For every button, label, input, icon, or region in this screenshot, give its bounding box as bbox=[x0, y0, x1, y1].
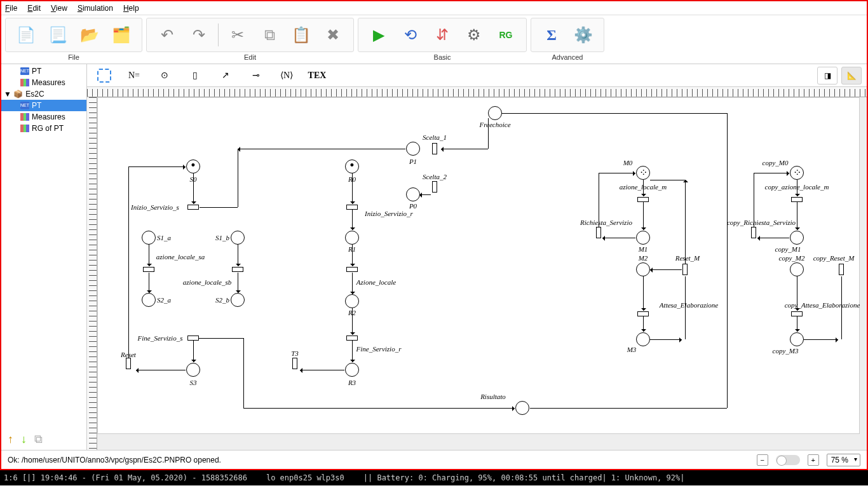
new-net-button[interactable]: 📄 bbox=[11, 21, 41, 49]
trans-Reset[interactable] bbox=[126, 358, 131, 369]
label-Rich: Richiesta_Servizio bbox=[580, 219, 632, 226]
label-Inizio-r: Inizio_Servizio_r bbox=[365, 210, 413, 217]
label-P1: P1 bbox=[409, 158, 417, 165]
label-M3: M3 bbox=[627, 346, 637, 353]
label-cM2: copy_M2 bbox=[779, 254, 805, 262]
label-cM1: copy_M1 bbox=[775, 245, 801, 253]
label-cM0: copy_M0 bbox=[763, 159, 789, 166]
place-M3[interactable] bbox=[636, 332, 650, 346]
neq-tool[interactable]: N= bbox=[121, 66, 147, 85]
place-S3[interactable] bbox=[186, 363, 200, 377]
ruler-tool[interactable]: 📐 bbox=[841, 67, 862, 85]
canvas-viewport[interactable]: S0 Inizio_Servizio_s S1_a S1_b azione_lo… bbox=[97, 97, 867, 450]
trans-T3[interactable] bbox=[292, 358, 297, 369]
cut-button[interactable]: ✂ bbox=[222, 21, 253, 49]
label-Freechoice: Freechoice bbox=[479, 121, 510, 128]
group-basic-label: Basic bbox=[434, 53, 451, 61]
taskbar-right: || Battery: 0: Charging, 95%, 00:08:55 u… bbox=[363, 473, 685, 482]
place-cM0[interactable] bbox=[790, 166, 804, 180]
menu-simulation[interactable]: Simulation bbox=[78, 4, 113, 13]
open-button[interactable]: 📂 bbox=[74, 21, 105, 49]
tree-project[interactable]: ▼ 📦 Es2C bbox=[1, 88, 86, 100]
label-M1: M1 bbox=[639, 245, 648, 253]
ruler-horizontal bbox=[87, 87, 867, 97]
place-R1[interactable] bbox=[345, 231, 359, 245]
place-R0[interactable] bbox=[345, 159, 359, 173]
trans-ResetM[interactable] bbox=[682, 264, 688, 275]
angle-tool[interactable]: ⟨N⟩ bbox=[274, 66, 299, 85]
menu-view[interactable]: View bbox=[51, 4, 67, 13]
place-cM1[interactable] bbox=[790, 231, 804, 245]
place-M1[interactable] bbox=[636, 231, 650, 245]
duplicate-button[interactable]: ⧉ bbox=[34, 433, 43, 446]
place-cM2[interactable] bbox=[790, 262, 804, 276]
project-tree[interactable]: NETPT Measures ▼ 📦 Es2C NETPT Measures R… bbox=[1, 64, 86, 429]
place-P1[interactable] bbox=[406, 142, 420, 156]
group-file-label: File bbox=[68, 53, 79, 61]
redo-button[interactable]: ↷ bbox=[184, 21, 214, 49]
drawing-toolbar: N= ⊙ ▯ ↗ ⊸ ⟨N⟩ TEX ◨ 📐 bbox=[87, 64, 867, 87]
place-S1a[interactable] bbox=[142, 231, 156, 245]
place-M0[interactable] bbox=[636, 166, 650, 180]
cycle-button[interactable]: ⟲ bbox=[395, 21, 426, 49]
label-Scelta1: Scelta_1 bbox=[423, 133, 447, 141]
petri-net-canvas[interactable]: S0 Inizio_Servizio_s S1_a S1_b azione_lo… bbox=[97, 97, 860, 434]
place-S1b[interactable] bbox=[231, 231, 245, 245]
tree-pt[interactable]: NETPT bbox=[1, 100, 86, 111]
label-M0: M0 bbox=[623, 159, 633, 166]
new-page-button[interactable]: 📃 bbox=[43, 21, 73, 49]
menu-help[interactable]: Help bbox=[123, 4, 139, 13]
menu-edit[interactable]: Edit bbox=[27, 4, 41, 13]
place-R3[interactable] bbox=[345, 363, 359, 377]
trans-tool[interactable]: ▯ bbox=[182, 66, 208, 85]
tree-measures[interactable]: Measures bbox=[1, 111, 86, 123]
label-S1a: S1_a bbox=[157, 234, 171, 241]
sigma-button[interactable]: Σ bbox=[536, 21, 567, 49]
rg-button[interactable]: RG bbox=[491, 21, 521, 49]
eraser-tool[interactable]: ◨ bbox=[817, 67, 837, 85]
tex-tool[interactable]: TEX bbox=[304, 66, 330, 85]
zoom-in-button[interactable]: + bbox=[808, 454, 819, 466]
place-tool[interactable]: ⊙ bbox=[152, 66, 177, 85]
sidebar: NETPT Measures ▼ 📦 Es2C NETPT Measures R… bbox=[1, 64, 87, 450]
select-tool[interactable] bbox=[97, 69, 111, 83]
taskbar-left: 1:6 [|] 19:04:46 - (Fri 01 May, 05.2020)… bbox=[4, 473, 247, 482]
tree-rg[interactable]: RG of PT bbox=[1, 123, 86, 134]
move-down-button[interactable]: ↓ bbox=[21, 433, 27, 446]
save-all-button[interactable]: 🗂️ bbox=[106, 21, 137, 49]
group-edit-label: Edit bbox=[244, 53, 256, 61]
place-cM3[interactable] bbox=[790, 332, 804, 346]
copy-button[interactable]: ⧉ bbox=[254, 21, 285, 49]
arc-tool[interactable]: ↗ bbox=[213, 66, 238, 85]
place-Risultato[interactable] bbox=[515, 401, 529, 415]
unfold-button[interactable]: ⇵ bbox=[427, 21, 458, 49]
trans-Scelta1[interactable] bbox=[432, 143, 437, 154]
paste-button[interactable]: 📋 bbox=[286, 21, 316, 49]
trans-Scelta2[interactable] bbox=[432, 181, 437, 193]
place-S0[interactable] bbox=[186, 159, 200, 173]
inhib-tool[interactable]: ⊸ bbox=[243, 66, 269, 85]
tree-pt-top[interactable]: NETPT bbox=[1, 65, 86, 77]
measure-button[interactable]: ⚙ bbox=[459, 21, 489, 49]
zoom-select[interactable]: 75 % bbox=[827, 454, 860, 466]
trans-Fine-s[interactable] bbox=[187, 336, 199, 341]
status-msg: Ok: /home/user/UNITO/anno3/vpc/gspn/Es2C… bbox=[8, 456, 221, 464]
zoom-out-button[interactable]: − bbox=[757, 454, 768, 466]
trans-cResetM[interactable] bbox=[839, 264, 844, 275]
label-T3: T3 bbox=[291, 349, 299, 357]
label-cM3: copy_M3 bbox=[773, 347, 799, 355]
delete-button[interactable]: ✖ bbox=[318, 21, 348, 49]
label-P0: P0 bbox=[409, 202, 417, 210]
label-az-sb: azione_locale_sb bbox=[183, 278, 231, 286]
label-R3: R3 bbox=[348, 379, 356, 386]
undo-button[interactable]: ↶ bbox=[152, 21, 182, 49]
menu-file[interactable]: File bbox=[5, 4, 17, 13]
move-up-button[interactable]: ↑ bbox=[8, 433, 13, 446]
play-button[interactable]: ▶ bbox=[363, 21, 394, 49]
zoom-toggle[interactable] bbox=[776, 455, 800, 465]
label-Risultato: Risultato bbox=[480, 393, 506, 400]
settings-button[interactable]: ⚙️ bbox=[568, 21, 599, 49]
tree-measures-top[interactable]: Measures bbox=[1, 77, 86, 88]
main-toolbar: 📄 📃 📂 🗂️ File ↶ ↷ ✂ ⧉ 📋 ✖ Edit ▶ ⟲ bbox=[1, 15, 867, 64]
label-S1b: S1_b bbox=[215, 234, 229, 241]
